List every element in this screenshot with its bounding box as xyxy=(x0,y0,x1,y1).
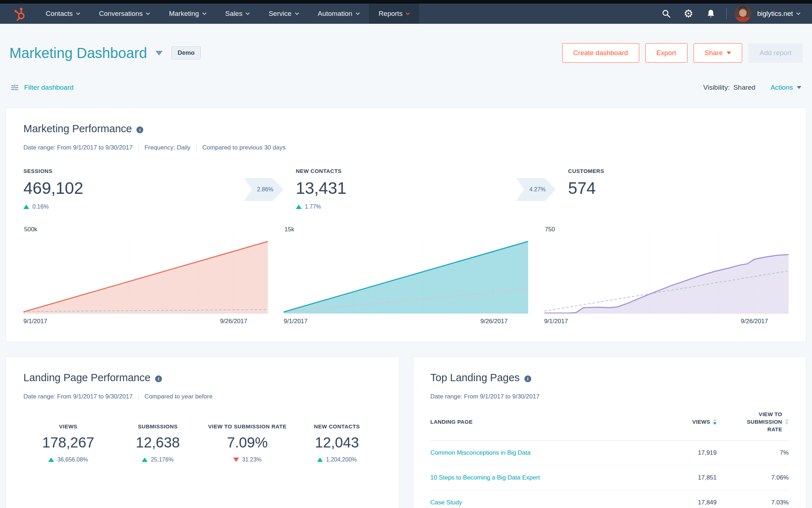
nav-item-service[interactable]: Service xyxy=(259,4,308,24)
chevron-down-icon xyxy=(146,11,150,15)
sort-arrows-icon xyxy=(785,419,789,425)
up-triangle-icon xyxy=(296,205,302,209)
column-header-label: VIEW TO SUBMISSION RATE xyxy=(738,410,782,433)
search-icon[interactable] xyxy=(655,4,677,24)
title-wrap: Marketing Dashboard Demo xyxy=(9,45,201,61)
x-axis-labels: 9/1/20179/26/2017 xyxy=(544,318,789,326)
sort-asc-icon xyxy=(713,419,717,421)
add-report-button[interactable]: Add report xyxy=(748,43,803,63)
delta-value: 25,176% xyxy=(151,456,173,463)
delta-up: 36,656.08% xyxy=(23,456,113,463)
share-button[interactable]: Share xyxy=(694,43,743,63)
filter-dashboard-label: Filter dashboard xyxy=(24,84,73,92)
avatar[interactable] xyxy=(735,5,751,22)
delta-value: 0.16% xyxy=(32,204,49,210)
nav-item-label: Service xyxy=(269,10,291,18)
card-title-row: Marketing Performance xyxy=(23,123,789,135)
marketing-performance-card: Marketing Performance Date range: From 9… xyxy=(6,107,806,342)
metric-submissions: SUBMISSIONS12,63825,176% xyxy=(113,423,203,463)
filter-dashboard-link[interactable]: Filter dashboard xyxy=(11,84,73,92)
table-row: Case Study17,8497.03% xyxy=(430,490,789,508)
dashboard-selector-caret-icon[interactable] xyxy=(155,51,163,55)
dashboard-toolbar: Filter dashboard Visibility: Shared Acti… xyxy=(11,84,801,92)
table-header-row: LANDING PAGEVIEWSVIEW TO SUBMISSION RATE xyxy=(430,410,789,441)
add-report-label: Add report xyxy=(759,49,791,57)
nav-item-label: Sales xyxy=(225,10,243,18)
metric-label: CUSTOMERS xyxy=(568,168,789,174)
nav-item-reports[interactable]: Reports xyxy=(369,4,419,24)
rate-value: 7.06% xyxy=(717,474,789,481)
views-value: 17,849 xyxy=(655,499,717,506)
export-button[interactable]: Export xyxy=(645,43,687,63)
info-icon[interactable] xyxy=(155,375,162,382)
meta-text: Compared to previous 30 days xyxy=(202,144,286,151)
landing-page-link[interactable]: Case Study xyxy=(430,499,656,506)
metrics-row: SESSIONS469,1020.16%2.86%NEW CONTACTS13,… xyxy=(23,168,789,210)
card-title: Landing Page Performance xyxy=(23,372,150,384)
dashboard-page: Marketing Dashboard Demo Create dashboar… xyxy=(0,43,812,508)
create-dashboard-label: Create dashboard xyxy=(573,49,628,57)
delta-down: 31.23% xyxy=(203,456,292,463)
column-header-landing-page: LANDING PAGE xyxy=(430,419,656,425)
delta-value: 31.23% xyxy=(242,456,262,463)
info-icon[interactable] xyxy=(524,375,531,382)
landing-page-link[interactable]: 10 Steps to Becoming a Big Data Expert xyxy=(430,474,656,481)
chevron-down-icon xyxy=(76,11,80,15)
x-tick-label: 9/26/2017 xyxy=(741,318,768,325)
hubspot-logo-icon[interactable] xyxy=(12,6,27,21)
delta-value: 36,656.08% xyxy=(57,456,88,463)
chevron-down-icon xyxy=(295,11,299,15)
nav-item-sales[interactable]: Sales xyxy=(216,4,259,24)
page-title: Marketing Dashboard xyxy=(9,45,147,61)
delta-up: 0.16% xyxy=(23,204,244,210)
y-axis-label: 750 xyxy=(545,226,555,233)
actions-menu[interactable]: Actions xyxy=(771,84,801,92)
chart-sessions: 500k9/1/20179/26/2017 xyxy=(23,226,268,326)
toolbar-right: Visibility: Shared Actions xyxy=(703,84,801,92)
column-header-views[interactable]: VIEWS xyxy=(655,418,717,425)
delta-up: 1.77% xyxy=(296,204,516,210)
conversion-rate-chip: 4.27% xyxy=(516,178,556,201)
area-chart-new-contacts xyxy=(284,236,528,313)
table-body: Common Misconceptions in Big Data17,9197… xyxy=(430,441,789,508)
x-tick-label: 9/26/2017 xyxy=(481,318,508,325)
x-tick-label: 9/1/2017 xyxy=(23,318,47,325)
card-title-row: Top Landing Pages xyxy=(430,372,789,384)
metric-label: NEW CONTACTS xyxy=(292,423,382,429)
meta-divider xyxy=(196,144,197,151)
nav-item-marketing[interactable]: Marketing xyxy=(159,4,215,24)
nav-divider xyxy=(726,8,727,19)
metric-label: NEW CONTACTS xyxy=(296,168,516,174)
notifications-bell-icon[interactable] xyxy=(700,4,722,24)
info-icon[interactable] xyxy=(136,126,143,133)
metric-label: VIEWS xyxy=(23,423,113,429)
nav-menu: ContactsConversationsMarketingSalesServi… xyxy=(36,4,419,24)
metric-value: 12,043 xyxy=(292,435,382,451)
delta-up: 1,204,200% xyxy=(292,456,382,463)
metric-label: SESSIONS xyxy=(23,168,244,174)
up-triangle-icon xyxy=(48,458,54,462)
up-triangle-icon xyxy=(317,458,323,462)
card-title: Marketing Performance xyxy=(23,123,132,135)
up-triangle-icon xyxy=(142,458,148,462)
area-chart-customers xyxy=(544,236,789,313)
cards-area: Marketing Performance Date range: From 9… xyxy=(6,107,806,508)
account-menu[interactable]: biglytics.net xyxy=(757,10,800,18)
chevron-down-icon xyxy=(406,11,410,15)
meta-divider xyxy=(138,144,139,151)
metric-value: 574 xyxy=(568,178,789,198)
main-nav: ContactsConversationsMarketingSalesServi… xyxy=(0,4,812,24)
nav-item-contacts[interactable]: Contacts xyxy=(36,4,89,24)
nav-item-automation[interactable]: Automation xyxy=(308,4,369,24)
delta-value: 1.77% xyxy=(305,204,321,210)
card-title: Top Landing Pages xyxy=(430,372,520,384)
chevron-down-icon xyxy=(202,11,206,15)
settings-gear-icon[interactable] xyxy=(677,4,700,24)
meta-text: Date range: From 9/1/2017 to 9/30/2017 xyxy=(23,393,132,400)
create-dashboard-button[interactable]: Create dashboard xyxy=(562,43,639,63)
nav-item-conversations[interactable]: Conversations xyxy=(89,4,159,24)
landing-page-link[interactable]: Common Misconceptions in Big Data xyxy=(430,449,656,456)
column-header-view-to-submission-rate[interactable]: VIEW TO SUBMISSION RATE xyxy=(717,410,789,433)
visibility-value: Shared xyxy=(733,84,755,92)
views-value: 17,919 xyxy=(655,449,717,456)
